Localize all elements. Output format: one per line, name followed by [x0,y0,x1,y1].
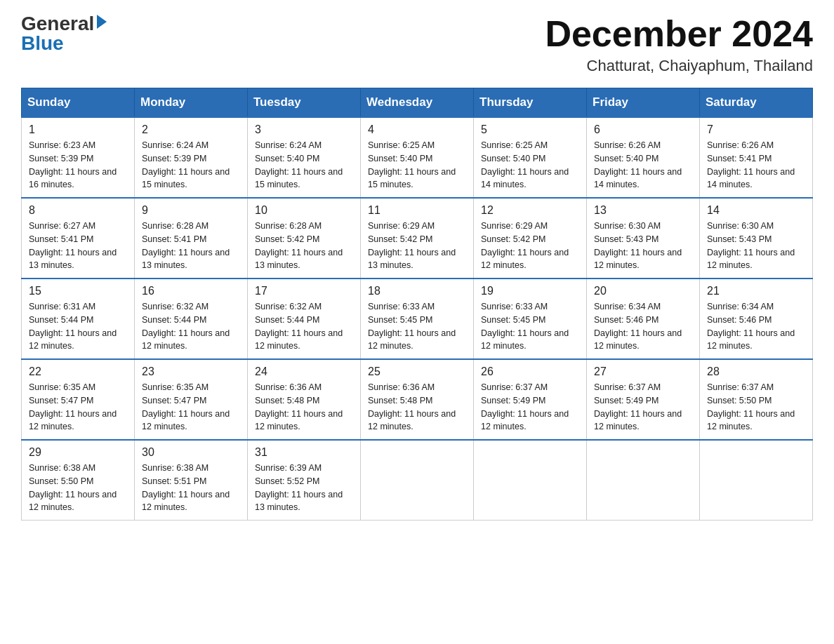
calendar-cell: 27Sunrise: 6:37 AMSunset: 5:49 PMDayligh… [587,359,700,440]
day-info: Sunrise: 6:26 AMSunset: 5:40 PMDaylight:… [594,139,692,192]
day-number: 13 [594,204,692,217]
day-info: Sunrise: 6:24 AMSunset: 5:39 PMDaylight:… [142,139,240,192]
day-number: 14 [707,204,805,217]
calendar-header-row: SundayMondayTuesdayWednesdayThursdayFrid… [22,88,813,118]
calendar-cell: 15Sunrise: 6:31 AMSunset: 5:44 PMDayligh… [22,279,135,359]
day-info: Sunrise: 6:33 AMSunset: 5:45 PMDaylight:… [481,300,579,353]
day-info: Sunrise: 6:37 AMSunset: 5:49 PMDaylight:… [481,381,579,434]
day-info: Sunrise: 6:27 AMSunset: 5:41 PMDaylight:… [29,220,127,272]
logo-general: General [21,14,94,34]
day-info: Sunrise: 6:32 AMSunset: 5:44 PMDaylight:… [142,300,240,353]
calendar-cell: 14Sunrise: 6:30 AMSunset: 5:43 PMDayligh… [700,198,813,279]
calendar-cell [700,440,813,521]
day-info: Sunrise: 6:26 AMSunset: 5:41 PMDaylight:… [707,139,805,192]
title-block: December 2024 Chatturat, Chaiyaphum, Tha… [545,14,813,75]
calendar-cell: 21Sunrise: 6:34 AMSunset: 5:46 PMDayligh… [700,279,813,359]
day-info: Sunrise: 6:30 AMSunset: 5:43 PMDaylight:… [594,220,692,272]
page-header: General Blue December 2024 Chatturat, Ch… [21,14,813,75]
calendar-cell: 11Sunrise: 6:29 AMSunset: 5:42 PMDayligh… [361,198,474,279]
day-number: 9 [142,204,240,217]
day-number: 3 [255,123,353,136]
calendar-cell: 18Sunrise: 6:33 AMSunset: 5:45 PMDayligh… [361,279,474,359]
day-number: 10 [255,204,353,217]
day-info: Sunrise: 6:25 AMSunset: 5:40 PMDaylight:… [368,139,466,192]
calendar-week-2: 8Sunrise: 6:27 AMSunset: 5:41 PMDaylight… [22,198,813,279]
day-number: 1 [29,123,127,136]
calendar-cell: 9Sunrise: 6:28 AMSunset: 5:41 PMDaylight… [135,198,248,279]
day-info: Sunrise: 6:24 AMSunset: 5:40 PMDaylight:… [255,139,353,192]
day-number: 29 [29,446,127,459]
calendar-cell: 5Sunrise: 6:25 AMSunset: 5:40 PMDaylight… [474,117,587,198]
calendar-cell [474,440,587,521]
calendar-cell: 1Sunrise: 6:23 AMSunset: 5:39 PMDaylight… [22,117,135,198]
calendar-cell: 2Sunrise: 6:24 AMSunset: 5:39 PMDaylight… [135,117,248,198]
calendar-cell: 29Sunrise: 6:38 AMSunset: 5:50 PMDayligh… [22,440,135,521]
day-number: 25 [368,365,466,378]
location-title: Chatturat, Chaiyaphum, Thailand [545,57,813,75]
day-number: 24 [255,365,353,378]
calendar-cell: 24Sunrise: 6:36 AMSunset: 5:48 PMDayligh… [248,359,361,440]
day-number: 22 [29,365,127,378]
calendar-header-sunday: Sunday [22,88,135,118]
month-title: December 2024 [545,14,813,54]
calendar-header-wednesday: Wednesday [361,88,474,118]
calendar-cell: 30Sunrise: 6:38 AMSunset: 5:51 PMDayligh… [135,440,248,521]
day-info: Sunrise: 6:33 AMSunset: 5:45 PMDaylight:… [368,300,466,353]
day-info: Sunrise: 6:35 AMSunset: 5:47 PMDaylight:… [29,381,127,434]
day-info: Sunrise: 6:29 AMSunset: 5:42 PMDaylight:… [481,220,579,272]
day-number: 21 [707,285,805,297]
day-number: 16 [142,285,240,297]
day-number: 27 [594,365,692,378]
day-info: Sunrise: 6:28 AMSunset: 5:41 PMDaylight:… [142,220,240,272]
calendar-cell: 23Sunrise: 6:35 AMSunset: 5:47 PMDayligh… [135,359,248,440]
calendar-header-friday: Friday [587,88,700,118]
calendar-cell: 13Sunrise: 6:30 AMSunset: 5:43 PMDayligh… [587,198,700,279]
day-number: 23 [142,365,240,378]
day-number: 17 [255,285,353,297]
day-info: Sunrise: 6:36 AMSunset: 5:48 PMDaylight:… [368,381,466,434]
day-number: 4 [368,123,466,136]
day-info: Sunrise: 6:35 AMSunset: 5:47 PMDaylight:… [142,381,240,434]
calendar-week-3: 15Sunrise: 6:31 AMSunset: 5:44 PMDayligh… [22,279,813,359]
calendar-cell: 20Sunrise: 6:34 AMSunset: 5:46 PMDayligh… [587,279,700,359]
day-info: Sunrise: 6:28 AMSunset: 5:42 PMDaylight:… [255,220,353,272]
calendar-cell: 26Sunrise: 6:37 AMSunset: 5:49 PMDayligh… [474,359,587,440]
calendar-cell: 19Sunrise: 6:33 AMSunset: 5:45 PMDayligh… [474,279,587,359]
calendar-cell: 8Sunrise: 6:27 AMSunset: 5:41 PMDaylight… [22,198,135,279]
day-number: 12 [481,204,579,217]
day-info: Sunrise: 6:32 AMSunset: 5:44 PMDaylight:… [255,300,353,353]
calendar-cell: 3Sunrise: 6:24 AMSunset: 5:40 PMDaylight… [248,117,361,198]
day-number: 15 [29,285,127,297]
day-info: Sunrise: 6:34 AMSunset: 5:46 PMDaylight:… [594,300,692,353]
day-number: 11 [368,204,466,217]
day-info: Sunrise: 6:31 AMSunset: 5:44 PMDaylight:… [29,300,127,353]
day-number: 7 [707,123,805,136]
calendar-cell [587,440,700,521]
calendar-week-4: 22Sunrise: 6:35 AMSunset: 5:47 PMDayligh… [22,359,813,440]
day-info: Sunrise: 6:38 AMSunset: 5:50 PMDaylight:… [29,462,127,514]
calendar-header-monday: Monday [135,88,248,118]
calendar-table: SundayMondayTuesdayWednesdayThursdayFrid… [21,88,813,521]
calendar-cell: 22Sunrise: 6:35 AMSunset: 5:47 PMDayligh… [22,359,135,440]
calendar-cell: 7Sunrise: 6:26 AMSunset: 5:41 PMDaylight… [700,117,813,198]
day-info: Sunrise: 6:38 AMSunset: 5:51 PMDaylight:… [142,462,240,514]
logo-arrow-icon [97,15,107,29]
calendar-cell: 17Sunrise: 6:32 AMSunset: 5:44 PMDayligh… [248,279,361,359]
day-number: 31 [255,446,353,459]
day-info: Sunrise: 6:34 AMSunset: 5:46 PMDaylight:… [707,300,805,353]
calendar-week-5: 29Sunrise: 6:38 AMSunset: 5:50 PMDayligh… [22,440,813,521]
calendar-cell: 6Sunrise: 6:26 AMSunset: 5:40 PMDaylight… [587,117,700,198]
day-number: 8 [29,204,127,217]
day-info: Sunrise: 6:39 AMSunset: 5:52 PMDaylight:… [255,462,353,514]
day-number: 18 [368,285,466,297]
calendar-cell: 4Sunrise: 6:25 AMSunset: 5:40 PMDaylight… [361,117,474,198]
calendar-cell: 25Sunrise: 6:36 AMSunset: 5:48 PMDayligh… [361,359,474,440]
day-number: 6 [594,123,692,136]
logo: General Blue [21,14,107,53]
day-info: Sunrise: 6:23 AMSunset: 5:39 PMDaylight:… [29,139,127,192]
calendar-cell: 31Sunrise: 6:39 AMSunset: 5:52 PMDayligh… [248,440,361,521]
calendar-header-saturday: Saturday [700,88,813,118]
day-number: 19 [481,285,579,297]
day-info: Sunrise: 6:37 AMSunset: 5:49 PMDaylight:… [594,381,692,434]
day-number: 30 [142,446,240,459]
